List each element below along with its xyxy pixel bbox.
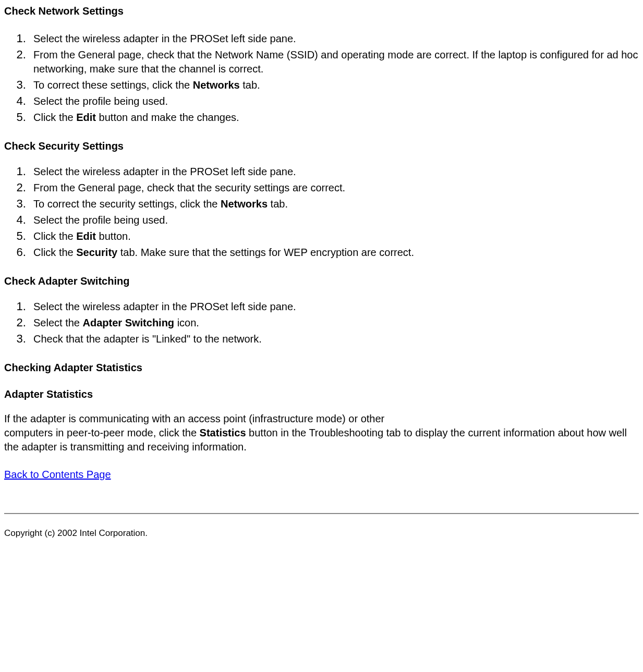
- bold-text: Edit: [76, 112, 96, 123]
- list-item: Select the profile being used.: [29, 93, 639, 108]
- text: Click the: [33, 247, 76, 258]
- bold-text: Networks: [193, 79, 240, 91]
- text: To correct these settings, click the: [33, 79, 193, 91]
- list-item: To correct these settings, click the Net…: [29, 77, 639, 92]
- list-item: From the General page, check that the Ne…: [29, 47, 639, 76]
- heading-check-adapter-switching: Check Adapter Switching: [4, 274, 639, 288]
- divider: [4, 513, 639, 514]
- text: icon.: [174, 317, 199, 328]
- text: Select the: [33, 317, 83, 328]
- link-back-to-contents[interactable]: Back to Contents Page: [4, 469, 111, 480]
- bold-text: Security: [76, 247, 117, 258]
- list-item: Select the profile being used.: [29, 212, 639, 227]
- list-item: Select the Adapter Switching icon.: [29, 315, 639, 330]
- list-check-network-settings: Select the wireless adapter in the PROSe…: [4, 31, 639, 125]
- paragraph-adapter-statistics: If the adapter is communicating with an …: [4, 412, 639, 454]
- text: tab. Make sure that the settings for WEP…: [117, 247, 414, 258]
- bold-text: Adapter Switching: [83, 317, 175, 328]
- text: tab.: [268, 198, 288, 210]
- bold-text: Statistics: [200, 427, 246, 438]
- bold-text: Edit: [76, 230, 96, 242]
- text: If the adapter is communicating with an …: [4, 413, 384, 424]
- text: To correct the security settings, click …: [33, 198, 221, 210]
- list-item: From the General page, check that the se…: [29, 180, 639, 195]
- list-item: Select the wireless adapter in the PROSe…: [29, 299, 639, 314]
- list-item: Click the Edit button and make the chang…: [29, 109, 639, 125]
- list-check-adapter-switching: Select the wireless adapter in the PROSe…: [4, 299, 639, 346]
- heading-check-security-settings: Check Security Settings: [4, 139, 639, 153]
- list-item: To correct the security settings, click …: [29, 196, 639, 211]
- text: computers in peer-to-peer mode, click th…: [4, 427, 200, 438]
- list-item: Click the Edit button.: [29, 228, 639, 243]
- list-item: Click the Security tab. Make sure that t…: [29, 245, 639, 260]
- heading-checking-adapter-statistics: Checking Adapter Statistics: [4, 361, 639, 375]
- text: tab.: [240, 79, 260, 91]
- list-item: Select the wireless adapter in the PROSe…: [29, 164, 639, 179]
- text: Click the: [33, 230, 76, 242]
- text: button and make the changes.: [96, 112, 239, 123]
- list-item: Check that the adapter is "Linked" to th…: [29, 331, 639, 346]
- text: button.: [96, 230, 131, 242]
- text: Click the: [33, 112, 76, 123]
- list-item: Select the wireless adapter in the PROSe…: [29, 31, 639, 46]
- heading-check-network-settings: Check Network Settings: [4, 4, 639, 18]
- heading-adapter-statistics: Adapter Statistics: [4, 387, 639, 401]
- bold-text: Networks: [221, 198, 268, 210]
- copyright-text: Copyright (c) 2002 Intel Corporation.: [4, 528, 639, 540]
- list-check-security-settings: Select the wireless adapter in the PROSe…: [4, 164, 639, 260]
